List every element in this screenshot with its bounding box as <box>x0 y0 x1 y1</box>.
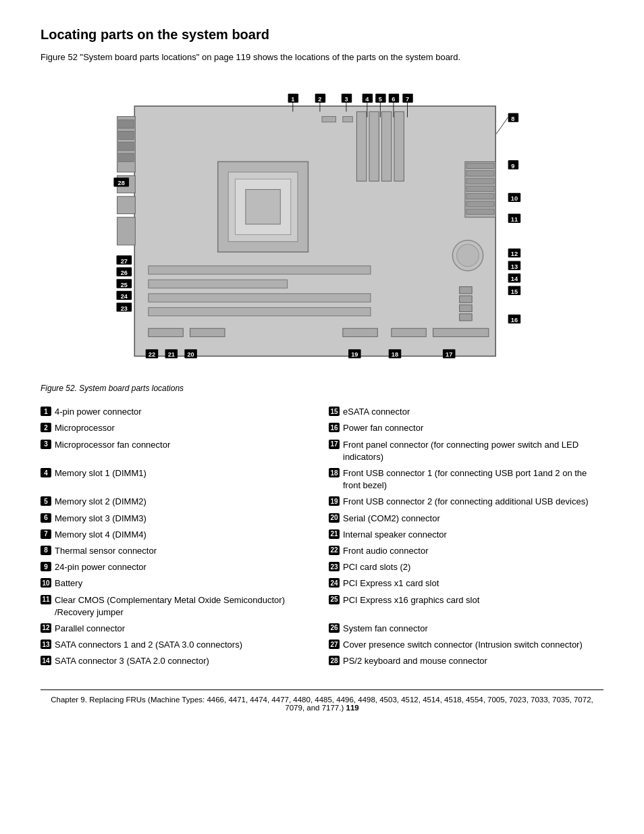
svg-line-105 <box>496 118 508 134</box>
part-number: 3 <box>41 440 51 449</box>
svg-text:17: 17 <box>446 351 452 358</box>
svg-rect-13 <box>356 111 366 181</box>
part-item: 26System fan connector <box>322 621 603 637</box>
part-description: Front USB connector 2 (for connecting ad… <box>343 496 588 508</box>
figure-caption: Figure 52. System board parts locations <box>41 384 603 393</box>
part-item: 3Microprocessor fan connector <box>41 437 322 465</box>
svg-rect-35 <box>149 328 183 336</box>
part-item: 25PCI Express x16 graphics card slot <box>322 592 603 621</box>
svg-rect-28 <box>149 280 288 288</box>
svg-rect-30 <box>149 307 371 315</box>
part-description: Cover presence switch connector (Intrusi… <box>343 639 583 651</box>
svg-text:26: 26 <box>121 269 128 276</box>
svg-rect-21 <box>466 186 494 191</box>
part-item: 28PS/2 keyboard and mouse connector <box>322 653 603 669</box>
svg-rect-22 <box>466 194 494 199</box>
part-item: 8Thermal sensor connector <box>41 543 322 559</box>
part-item: 10Battery <box>41 575 322 592</box>
part-description: Battery <box>55 577 82 590</box>
svg-text:22: 22 <box>149 351 155 358</box>
diagram-container: 1 2 3 4 5 6 7 8 28 27 26 25 <box>79 78 565 377</box>
part-description: Memory slot 4 (DIMM4) <box>55 529 146 541</box>
part-number: 17 <box>329 440 340 449</box>
part-item: 27Cover presence switch connector (Intru… <box>322 637 603 653</box>
part-description: PCI card slots (2) <box>343 561 410 573</box>
part-number: 7 <box>41 529 51 539</box>
svg-text:27: 27 <box>121 258 128 265</box>
part-number: 13 <box>41 640 51 649</box>
part-description: Front panel connector (for connecting po… <box>343 439 603 463</box>
intro-text: Figure 52 "System board parts locations"… <box>41 52 603 62</box>
footer-text: Chapter 9. Replacing FRUs (Machine Types… <box>51 696 593 712</box>
part-description: Front audio connector <box>343 545 428 557</box>
svg-rect-2 <box>119 120 134 128</box>
part-description: Front USB connector 1 (for connecting US… <box>343 467 603 492</box>
part-item: 16Power fan connector <box>322 420 603 436</box>
part-item: 5Memory slot 2 (DIMM2) <box>41 494 322 510</box>
part-description: PS/2 keyboard and mouse connector <box>343 655 487 667</box>
svg-text:16: 16 <box>511 317 518 323</box>
footer-page: 119 <box>346 704 358 712</box>
svg-rect-32 <box>460 296 473 303</box>
part-description: Microprocessor fan connector <box>55 439 170 451</box>
part-number: 19 <box>329 496 340 506</box>
part-description: Parallel connector <box>55 623 125 635</box>
svg-rect-19 <box>466 171 494 176</box>
svg-text:5: 5 <box>379 96 382 103</box>
svg-rect-7 <box>117 197 136 214</box>
svg-rect-36 <box>190 328 225 336</box>
part-number: 11 <box>41 595 51 604</box>
part-description: SATA connectors 1 and 2 (SATA 3.0 connec… <box>55 639 242 651</box>
svg-text:11: 11 <box>511 216 518 223</box>
part-number: 10 <box>41 578 51 588</box>
part-description: eSATA connector <box>343 406 410 418</box>
svg-rect-31 <box>460 287 473 294</box>
svg-text:18: 18 <box>392 351 398 358</box>
svg-rect-40 <box>322 117 336 122</box>
part-description: Power fan connector <box>343 422 423 434</box>
part-description: PCI Express x16 graphics card slot <box>343 594 479 606</box>
svg-rect-16 <box>394 111 404 181</box>
svg-rect-0 <box>134 106 495 356</box>
part-number: 15 <box>329 407 340 416</box>
part-description: Memory slot 2 (DIMM2) <box>55 496 146 508</box>
svg-text:14: 14 <box>511 276 518 282</box>
part-number: 25 <box>329 595 340 604</box>
part-number: 1 <box>41 407 51 416</box>
part-description: 4-pin power connector <box>55 406 142 418</box>
part-item: 23PCI card slots (2) <box>322 559 603 575</box>
svg-rect-27 <box>149 266 371 274</box>
svg-text:2: 2 <box>318 96 321 103</box>
svg-rect-24 <box>466 209 494 214</box>
part-number: 8 <box>41 546 51 555</box>
part-item: 15eSATA connector <box>322 404 603 420</box>
part-number: 9 <box>41 562 51 571</box>
part-number: 28 <box>329 656 340 665</box>
part-number: 24 <box>329 578 340 588</box>
svg-rect-41 <box>343 117 352 122</box>
part-number: 20 <box>329 513 340 523</box>
part-number: 4 <box>41 468 51 477</box>
part-item: 6Memory slot 3 (DIMM3) <box>41 511 322 527</box>
svg-text:20: 20 <box>187 351 194 358</box>
svg-text:7: 7 <box>406 96 409 103</box>
svg-rect-18 <box>466 163 494 168</box>
part-number: 16 <box>329 423 340 432</box>
svg-rect-39 <box>433 328 489 336</box>
svg-rect-14 <box>369 111 379 181</box>
part-number: 23 <box>329 562 340 571</box>
part-description: SATA connector 3 (SATA 2.0 connector) <box>55 655 209 667</box>
svg-text:8: 8 <box>511 115 514 122</box>
part-item: 11Clear CMOS (Complementary Metal Oxide … <box>41 592 322 621</box>
part-number: 6 <box>41 513 51 523</box>
svg-text:9: 9 <box>511 163 514 170</box>
svg-rect-37 <box>343 328 377 336</box>
page-title: Locating parts on the system board <box>41 27 603 43</box>
part-description: Microprocessor <box>55 422 115 434</box>
part-item: 22Front audio connector <box>322 543 603 559</box>
svg-rect-15 <box>381 111 391 181</box>
svg-rect-38 <box>392 328 426 336</box>
system-board-diagram: 1 2 3 4 5 6 7 8 28 27 26 25 <box>79 78 565 377</box>
part-description: PCI Express x1 card slot <box>343 577 439 590</box>
svg-rect-34 <box>460 314 473 321</box>
